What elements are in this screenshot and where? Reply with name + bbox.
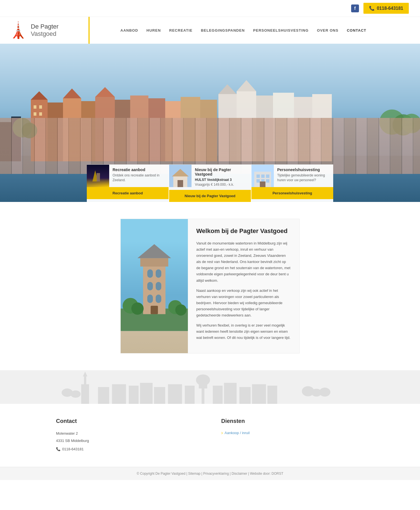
svg-rect-67 [0, 370, 420, 404]
footer-copyright: © Copyright De Pagter Vastgoed | Sitemap… [137, 472, 283, 476]
svg-rect-15 [218, 94, 237, 161]
svg-rect-44 [256, 174, 260, 178]
welcome-image [121, 219, 188, 353]
nav-item-aanbod[interactable]: AANBOD [120, 28, 138, 32]
svg-rect-49 [266, 179, 269, 183]
nav-item-recreatie[interactable]: RECREATIE [169, 28, 192, 32]
hero-cards-container: Recreatie aanbod Ontdek ons recreatie aa… [87, 164, 333, 202]
welcome-text-block: Welkom bij de Pagter Vastgoed Vanuit de … [188, 219, 299, 353]
phone-number: 0118-643181 [377, 6, 403, 11]
svg-point-63 [131, 302, 144, 315]
svg-rect-59 [156, 282, 161, 290]
svg-rect-3 [11, 117, 21, 161]
svg-rect-75 [112, 384, 126, 404]
svg-rect-37 [97, 173, 100, 181]
nav-item-personeelshuisvesting[interactable]: PERSONEELSHUISVESTING [253, 28, 309, 32]
hero-card-1-title: Recreatie aanbod [113, 167, 165, 172]
svg-point-90 [319, 388, 330, 397]
svg-rect-80 [185, 386, 195, 404]
svg-rect-13 [181, 97, 200, 161]
hero-card-nieuw: Nieuw bij de Pagter Vastgoed HULST Vestd… [169, 164, 251, 202]
svg-rect-79 [168, 384, 182, 404]
phone-button[interactable]: 📞 0118-643181 [363, 3, 409, 14]
welcome-para3: Wij verhuren flexibel, in overleg is er … [196, 322, 291, 341]
nav-item-contact[interactable]: CONTACT [347, 28, 367, 32]
hero-card-3-btn[interactable]: Personeelshuisvesting [251, 187, 333, 199]
svg-rect-58 [147, 282, 153, 290]
footer-phone-row: 📞 0118-643181 [56, 446, 199, 453]
footer-dienst-item[interactable]: Aankoop / inruil [221, 430, 364, 436]
svg-point-31 [22, 123, 37, 138]
svg-rect-83 [239, 387, 251, 404]
logo-area: 🗼 De Pagter Vastgoed [0, 17, 90, 44]
svg-rect-9 [115, 100, 130, 161]
nav-item-huren[interactable]: HUREN [146, 28, 161, 32]
svg-point-87 [71, 390, 81, 398]
nav-item-beleggingspanden[interactable]: BELEGGINGSPANDEN [201, 28, 245, 32]
footer: Contact Molenwater 2 4331 SB Middelburg … [0, 404, 420, 480]
hero-card-personeel: Personeelshuisvesting Tijdelijke gemeubi… [251, 164, 333, 202]
footer-diensten-title: Diensten [221, 418, 364, 424]
nav-item-overns[interactable]: OVER ONS [317, 28, 339, 32]
hero-card-img-building [251, 165, 274, 187]
welcome-section: Welkom bij de Pagter Vastgoed Vanuit de … [0, 202, 420, 370]
footer-address-line2: 4331 SB Middelburg [56, 437, 199, 444]
svg-rect-45 [261, 174, 265, 178]
svg-rect-17 [256, 96, 273, 161]
svg-rect-60 [147, 295, 153, 303]
svg-rect-74 [98, 387, 109, 404]
svg-point-32 [379, 110, 405, 135]
footer-contact-title: Contact [56, 418, 199, 424]
footer-bottom: © Copyright De Pagter Vastgoed | Sitemap… [0, 467, 420, 480]
svg-rect-84 [252, 384, 266, 404]
hero-card-img-recreatie [87, 165, 109, 187]
svg-rect-73 [199, 384, 207, 388]
svg-rect-20 [312, 94, 332, 161]
main-nav: AANBODHURENRECREATIEBELEGGINGSPANDENPERS… [104, 28, 366, 32]
svg-rect-29 [39, 112, 42, 116]
hero-card-2-location: HULST Vestdijkstraat 3 [195, 178, 248, 182]
svg-rect-70 [81, 384, 89, 404]
logo-text: De Pagter Vastgoed [31, 23, 59, 38]
phone-icon: 📞 [369, 6, 375, 11]
svg-rect-12 [165, 101, 181, 161]
logo-line1: De Pagter [31, 23, 59, 30]
svg-rect-27 [39, 105, 42, 109]
svg-rect-18 [273, 93, 294, 161]
hero-card-img-house [169, 165, 192, 187]
svg-rect-14 [200, 100, 217, 161]
hero-card-3-desc: Tijdelijke gemeubileerde woning huren vo… [277, 173, 330, 183]
svg-rect-26 [34, 105, 36, 109]
hero-card-2-title: Nieuw bij de Pagter Vastgoed [195, 167, 248, 176]
svg-rect-57 [156, 269, 161, 278]
hero-section: Recreatie aanbod Ontdek ons recreatie aa… [0, 44, 420, 202]
svg-rect-28 [34, 112, 36, 116]
svg-rect-66 [151, 306, 158, 314]
hero-card-1-btn[interactable]: Recreatie aanbod [87, 187, 169, 199]
header: f 📞 0118-643181 🗼 De Pagter Vastgoed AAN… [0, 0, 420, 44]
welcome-para2: Naast aankoop en verkoop zijn wij ook ac… [196, 288, 291, 318]
svg-rect-2 [0, 122, 11, 161]
svg-rect-41 [178, 180, 183, 187]
svg-rect-8 [95, 97, 115, 161]
svg-point-65 [175, 304, 186, 316]
svg-point-72 [196, 374, 210, 386]
hero-card-3-title: Personeelshuisvesting [277, 167, 330, 172]
facebook-icon[interactable]: f [351, 4, 359, 12]
svg-rect-10 [130, 96, 148, 161]
header-nav-row: 🗼 De Pagter Vastgoed AANBODHURENRECREATI… [0, 17, 420, 44]
logo-line2: Vastgoed [31, 30, 59, 38]
skyline-section [0, 370, 420, 404]
hero-card-recreatie: Recreatie aanbod Ontdek ons recreatie aa… [87, 164, 169, 202]
hero-card-2-btn[interactable]: Nieuw bij de Pagter Vastgoed [169, 190, 251, 202]
svg-rect-16 [237, 91, 256, 161]
svg-rect-56 [147, 269, 153, 278]
welcome-title: Welkom bij de Pagter Vastgoed [196, 227, 291, 235]
svg-point-30 [13, 118, 32, 138]
footer-address-line1: Molenwater 2 [56, 430, 199, 437]
svg-rect-4 [31, 100, 48, 161]
svg-rect-61 [156, 295, 161, 303]
header-top-bar: f 📞 0118-643181 [0, 0, 420, 17]
svg-rect-19 [294, 97, 312, 161]
footer-diensten-col: Diensten Aankoop / inruil [221, 418, 364, 453]
